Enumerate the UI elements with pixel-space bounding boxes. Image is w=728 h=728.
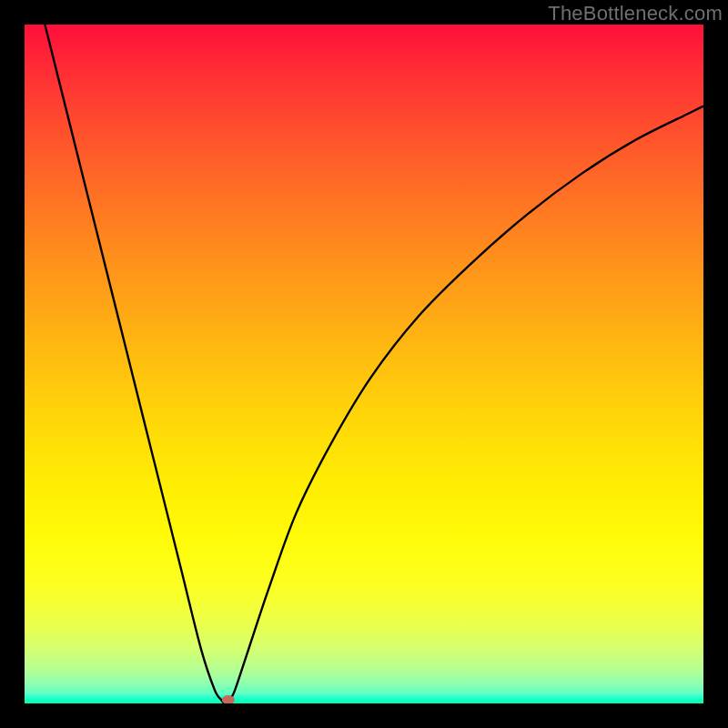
- curve-svg: [25, 25, 703, 703]
- chart-frame: TheBottleneck.com: [0, 0, 728, 728]
- plot-area: [25, 25, 703, 703]
- attribution-text: TheBottleneck.com: [548, 2, 723, 25]
- bottleneck-curve: [45, 25, 703, 703]
